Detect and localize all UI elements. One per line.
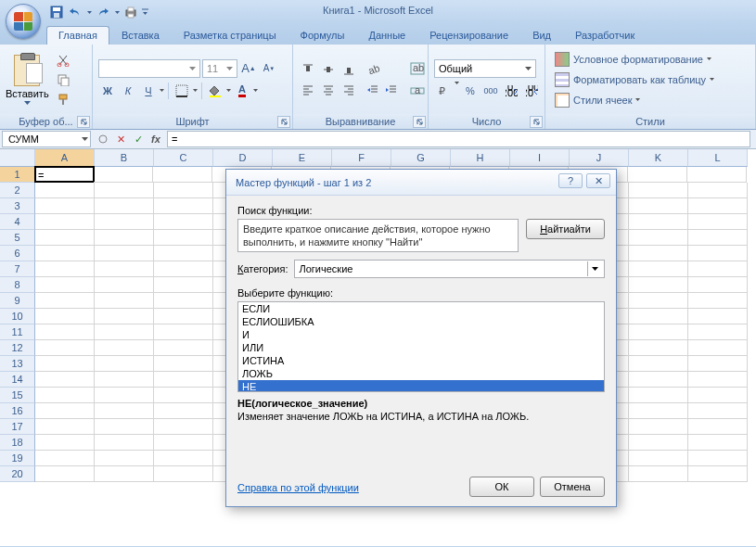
align-center-icon[interactable] — [319, 81, 338, 99]
cell[interactable] — [154, 309, 213, 324]
cell[interactable] — [629, 246, 688, 261]
cell[interactable] — [688, 214, 748, 230]
function-list-item[interactable]: И — [238, 328, 604, 341]
cell[interactable] — [95, 340, 154, 356]
cell[interactable] — [154, 261, 213, 277]
cell[interactable] — [688, 466, 748, 482]
cell[interactable] — [154, 277, 213, 293]
cell[interactable] — [629, 309, 688, 324]
function-list-item[interactable]: ИЛИ — [238, 341, 604, 354]
cell[interactable] — [154, 183, 213, 198]
cell[interactable] — [35, 246, 95, 261]
cell[interactable] — [35, 277, 95, 293]
tab-page-layout[interactable]: Разметка страницы — [172, 26, 288, 45]
cell[interactable] — [154, 403, 213, 419]
search-input[interactable]: Введите краткое описание действия, котор… — [237, 219, 519, 252]
cell[interactable] — [629, 435, 688, 451]
border-dropdown[interactable] — [193, 89, 198, 92]
cell[interactable] — [629, 340, 688, 356]
redo-icon[interactable] — [95, 3, 111, 21]
cell[interactable] — [35, 183, 95, 198]
cell[interactable] — [95, 435, 154, 451]
function-list-item[interactable]: ЕСЛИОШИБКА — [238, 315, 604, 328]
cell[interactable] — [35, 309, 95, 324]
font-launcher[interactable] — [277, 116, 290, 128]
underline-icon[interactable]: Ч — [139, 82, 158, 100]
cell[interactable] — [35, 230, 95, 246]
column-header[interactable]: A — [35, 149, 95, 167]
number-launcher[interactable] — [530, 116, 543, 128]
undo-icon[interactable] — [67, 3, 83, 21]
name-box[interactable]: СУММ — [2, 131, 91, 147]
cell[interactable] — [154, 419, 213, 435]
underline-dropdown[interactable] — [160, 89, 164, 92]
cell[interactable] — [154, 435, 213, 451]
cell[interactable] — [629, 261, 688, 277]
cell[interactable] — [35, 466, 95, 482]
fill-color-dropdown[interactable] — [226, 89, 231, 92]
cell[interactable] — [688, 435, 748, 451]
category-select[interactable]: Логические — [294, 260, 606, 278]
cell[interactable] — [688, 451, 748, 466]
cell[interactable] — [154, 466, 213, 482]
cell[interactable] — [629, 324, 688, 340]
cell[interactable] — [35, 419, 95, 435]
row-header[interactable]: 3 — [0, 198, 35, 214]
row-header[interactable]: 14 — [0, 372, 35, 388]
cell[interactable] — [629, 388, 688, 403]
fill-color-icon[interactable] — [206, 82, 224, 100]
formula-input[interactable]: = — [167, 131, 750, 147]
row-header[interactable]: 17 — [0, 419, 35, 435]
save-icon[interactable] — [48, 3, 65, 21]
column-header[interactable]: C — [154, 149, 213, 167]
row-header[interactable]: 4 — [0, 214, 35, 230]
cell[interactable] — [688, 372, 748, 388]
font-color-icon[interactable]: A — [233, 82, 251, 100]
enter-icon[interactable]: ✓ — [130, 131, 147, 147]
cell[interactable] — [35, 372, 95, 388]
cell[interactable] — [35, 435, 95, 451]
align-bottom-icon[interactable] — [340, 60, 358, 79]
column-header[interactable]: I — [510, 149, 570, 167]
font-name-select[interactable] — [98, 59, 200, 78]
cell[interactable]: = — [34, 166, 95, 183]
cell[interactable] — [95, 293, 154, 309]
cell[interactable] — [688, 403, 748, 419]
number-format-select[interactable]: Общий — [434, 59, 536, 78]
cell[interactable] — [687, 167, 747, 183]
align-right-icon[interactable] — [340, 81, 358, 99]
cell[interactable] — [629, 372, 688, 388]
cell[interactable] — [688, 183, 748, 198]
function-list[interactable]: ЕСЛИЕСЛИОШИБКАИИЛИИСТИНАЛОЖЬНЕ — [237, 301, 605, 392]
cell[interactable] — [628, 167, 687, 183]
function-list-item[interactable]: ЛОЖЬ — [238, 367, 604, 380]
cell[interactable] — [95, 388, 154, 403]
cell[interactable] — [95, 372, 154, 388]
merge-cells-icon[interactable]: a — [408, 82, 427, 100]
cell[interactable] — [629, 198, 688, 214]
cell[interactable] — [154, 214, 213, 230]
cancel-icon[interactable]: ✕ — [112, 131, 129, 147]
cell[interactable] — [629, 214, 688, 230]
function-list-item[interactable]: НЕ — [238, 380, 604, 392]
row-header[interactable]: 1 — [0, 167, 35, 183]
cell[interactable] — [154, 388, 213, 403]
align-middle-icon[interactable] — [319, 60, 338, 79]
cell[interactable] — [688, 277, 748, 293]
cell[interactable] — [629, 230, 688, 246]
cell[interactable] — [154, 246, 213, 261]
column-header[interactable]: B — [95, 149, 154, 167]
select-all-button[interactable] — [0, 149, 35, 167]
currency-icon[interactable]: ₽ — [434, 82, 453, 100]
cell[interactable] — [629, 293, 688, 309]
wrap-text-icon[interactable]: ab — [408, 59, 427, 78]
tab-formulas[interactable]: Формулы — [288, 26, 357, 45]
italic-icon[interactable]: К — [119, 82, 137, 100]
undo-dropdown[interactable] — [85, 11, 93, 14]
help-icon[interactable]: ? — [558, 173, 583, 188]
copy-icon[interactable] — [55, 71, 71, 88]
cell[interactable] — [154, 356, 213, 372]
format-painter-icon[interactable] — [55, 91, 71, 108]
column-header[interactable]: F — [332, 149, 391, 167]
cell[interactable] — [95, 356, 154, 372]
